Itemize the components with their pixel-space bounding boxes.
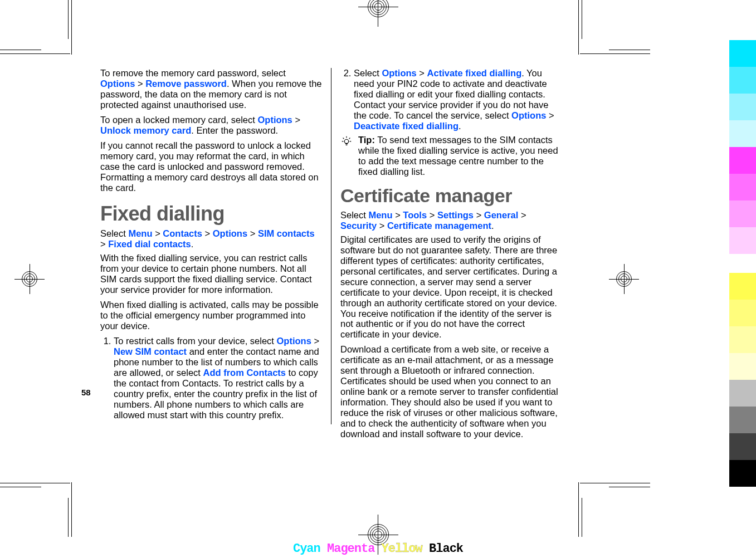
menu-link: Activate fixed dialling <box>427 68 522 78</box>
svg-point-0 <box>344 139 348 143</box>
tip-text: Tip: To send text messages to the SIM co… <box>358 135 562 177</box>
ordered-list: To restrict calls from your device, sele… <box>100 336 322 420</box>
menu-link: Contacts <box>163 228 202 238</box>
column-left: To remove the memory card password, sele… <box>100 68 331 424</box>
column-right: Select Options > Activate fixed dialling… <box>331 68 562 424</box>
crop-mark <box>0 50 41 50</box>
menu-link: Certificate management <box>387 221 491 231</box>
text: > <box>292 115 300 125</box>
paragraph: To open a locked memory card, select Opt… <box>100 115 322 136</box>
crop-mark <box>0 483 70 483</box>
paragraph: If you cannot recall the password to unl… <box>100 140 322 193</box>
text: > <box>153 228 163 238</box>
black-label: Black <box>429 542 463 556</box>
menu-link: Menu <box>368 210 392 220</box>
menu-link: Options <box>100 79 135 89</box>
menu-link: Settings <box>437 210 474 220</box>
crop-mark <box>582 0 582 39</box>
text: > <box>100 239 108 249</box>
menu-link: Menu <box>128 228 152 238</box>
menu-link: Fixed dial contacts <box>108 239 191 249</box>
crop-mark <box>0 53 70 54</box>
ordered-list: Select Options > Activate fixed dialling… <box>340 68 562 131</box>
menu-link: Options <box>213 228 247 238</box>
menu-link: Options <box>511 110 546 120</box>
text: > <box>377 221 387 231</box>
menu-link: Add from Contacts <box>203 368 286 378</box>
cmyk-footer: Cyan Magenta Yellow Black <box>293 542 463 556</box>
menu-link: Options <box>257 115 292 125</box>
menu-link: Remove password <box>145 79 227 89</box>
crop-mark <box>68 0 69 39</box>
paragraph: With the fixed dialling service, you can… <box>100 253 322 295</box>
crop-mark <box>580 483 650 483</box>
color-bar <box>729 40 756 254</box>
menu-link: New SIM contact <box>114 346 187 356</box>
text: > <box>393 210 403 220</box>
menu-link: SIM contacts <box>258 228 315 238</box>
tip-block: Tip: To send text messages to the SIM co… <box>340 135 562 177</box>
text: To send text messages to the SIM contact… <box>358 135 558 177</box>
crop-mark <box>71 482 72 537</box>
paragraph: To remove the memory card password, sele… <box>100 68 322 110</box>
menu-link: Options <box>277 336 311 346</box>
text: . Enter the password. <box>191 125 278 135</box>
crop-mark <box>580 53 650 54</box>
text: > <box>202 228 213 238</box>
crop-mark <box>71 0 72 55</box>
text: > <box>247 228 258 238</box>
text: . <box>191 239 194 249</box>
text: > <box>311 336 319 346</box>
text: To open a locked memory card, select <box>100 115 257 125</box>
crop-mark <box>578 0 579 55</box>
menu-link: Unlock memory card <box>100 125 191 135</box>
text: . <box>459 121 461 131</box>
paragraph: Digital certificates are used to verify … <box>340 234 562 340</box>
heading-certificate-manager: Certificate manager <box>340 185 562 207</box>
menu-link: General <box>484 210 518 220</box>
menu-link: Security <box>340 221 377 231</box>
text: > <box>417 68 427 78</box>
tip-icon <box>340 135 355 149</box>
text: > <box>546 110 554 120</box>
list-item: To restrict calls from your device, sele… <box>114 336 322 420</box>
crop-mark <box>0 487 41 487</box>
text: > <box>518 210 526 220</box>
paragraph: When fixed dialling is activated, calls … <box>100 300 322 331</box>
text: > <box>474 210 484 220</box>
magenta-label: Magenta <box>327 542 374 556</box>
text: > <box>135 79 145 89</box>
registration-mark-icon <box>14 264 45 294</box>
registration-mark-icon <box>609 264 639 294</box>
menu-link: Tools <box>403 210 427 220</box>
text: Select <box>354 68 382 78</box>
tip-label: Tip: <box>358 135 375 145</box>
menu-link: Options <box>382 68 416 78</box>
crop-mark <box>578 482 579 537</box>
page-number: 58 <box>81 388 91 397</box>
paragraph: Select Menu > Tools > Settings > General… <box>340 210 562 231</box>
crop-mark <box>68 498 69 537</box>
text: To remove the memory card password, sele… <box>100 68 286 78</box>
menu-link: Deactivate fixed dialling <box>354 121 459 131</box>
yellow-label: Yellow <box>382 542 422 556</box>
paragraph: Select Menu > Contacts > Options > SIM c… <box>100 228 322 249</box>
cyan-label: Cyan <box>293 542 320 556</box>
crop-mark <box>609 487 650 487</box>
text: > <box>427 210 437 220</box>
page-content: To remove the memory card password, sele… <box>100 68 563 424</box>
text: Select <box>100 228 128 238</box>
color-bar <box>729 273 756 487</box>
crop-mark <box>582 498 582 537</box>
text: . <box>491 221 494 231</box>
paragraph: Download a certificate from a web site, … <box>340 344 562 439</box>
crop-mark <box>609 50 650 50</box>
heading-fixed-dialling: Fixed dialling <box>100 202 322 225</box>
text: Select <box>340 210 368 220</box>
list-item: Select Options > Activate fixed dialling… <box>354 68 562 131</box>
text: To restrict calls from your device, sele… <box>114 336 277 346</box>
